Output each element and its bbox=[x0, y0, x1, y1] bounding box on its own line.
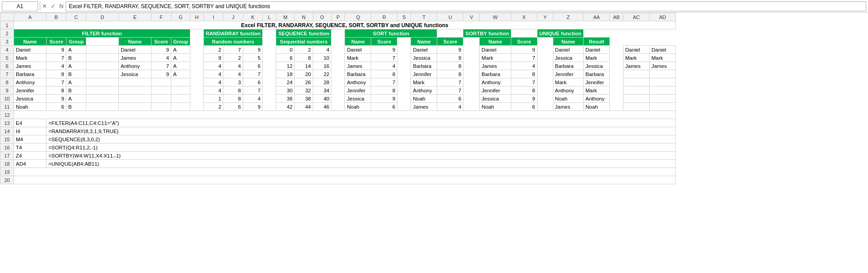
cell-AA4[interactable]: Daniel bbox=[584, 46, 610, 54]
cell-T7[interactable]: Jennifer bbox=[411, 70, 437, 78]
cell-Z8[interactable]: Mark bbox=[553, 78, 583, 86]
cell-M11[interactable]: 42 bbox=[276, 103, 295, 111]
cell-X11[interactable]: 6 bbox=[511, 103, 537, 111]
cell-J4[interactable]: 7 bbox=[223, 46, 243, 54]
cell-F9[interactable] bbox=[151, 86, 171, 95]
cell-N8[interactable]: 26 bbox=[295, 78, 313, 86]
col-I[interactable]: I bbox=[204, 13, 223, 21]
cell-A18[interactable]: AD4 bbox=[14, 160, 47, 168]
cell-D8[interactable] bbox=[86, 78, 119, 86]
cell-O7[interactable]: 22 bbox=[313, 70, 331, 78]
cell-A8[interactable]: Anthony bbox=[14, 78, 47, 86]
cell-N4[interactable]: 2 bbox=[295, 46, 313, 54]
cell-W7[interactable]: Barbara bbox=[480, 70, 511, 78]
cell-T10[interactable]: Noah bbox=[411, 95, 437, 103]
cell-U11[interactable]: 4 bbox=[437, 103, 463, 111]
cell-A5[interactable]: Mark bbox=[14, 54, 47, 62]
cell-R4[interactable]: 9 bbox=[371, 46, 397, 54]
cell-AA6[interactable]: Jessica bbox=[584, 62, 610, 70]
cell-E5[interactable]: James bbox=[119, 54, 151, 62]
cell-A9[interactable]: Jennifer bbox=[14, 86, 47, 95]
col-AD[interactable]: AD bbox=[650, 13, 676, 21]
cell-T9[interactable]: Anthony bbox=[411, 86, 437, 95]
col-N[interactable]: N bbox=[295, 13, 313, 21]
cell-O8[interactable]: 28 bbox=[313, 78, 331, 86]
cell-N9[interactable]: 32 bbox=[295, 86, 313, 95]
cell-T6[interactable]: Barbara bbox=[411, 62, 437, 70]
col-AC[interactable]: AC bbox=[623, 13, 650, 21]
cell-I10[interactable]: 1 bbox=[204, 95, 223, 103]
cell-Z11[interactable]: James bbox=[553, 103, 583, 111]
cell-Q8[interactable]: Anthony bbox=[345, 78, 371, 86]
cell-W9[interactable]: Jennifer bbox=[480, 86, 511, 95]
cell-A13[interactable]: E4 bbox=[14, 119, 47, 127]
cell-AC10[interactable] bbox=[623, 95, 650, 103]
cell-G4[interactable]: A bbox=[171, 46, 190, 54]
cell-U10[interactable]: 6 bbox=[437, 95, 463, 103]
cell-AC8[interactable] bbox=[623, 78, 650, 86]
cell-AD10[interactable] bbox=[650, 95, 676, 103]
cell-O9[interactable]: 34 bbox=[313, 86, 331, 95]
cell-A14[interactable]: I4 bbox=[14, 127, 47, 135]
cell-G7[interactable]: A bbox=[171, 70, 190, 78]
cell-R11[interactable]: 6 bbox=[371, 103, 397, 111]
cell-U9[interactable]: 7 bbox=[437, 86, 463, 95]
cell-J11[interactable]: 6 bbox=[223, 103, 243, 111]
cell-O6[interactable]: 16 bbox=[313, 62, 331, 70]
col-A[interactable]: A bbox=[14, 13, 47, 21]
cell-N11[interactable]: 44 bbox=[295, 103, 313, 111]
cell-A7[interactable]: Barbara bbox=[14, 70, 47, 78]
cell-J6[interactable]: 4 bbox=[223, 62, 243, 70]
cell-E11[interactable] bbox=[119, 103, 151, 111]
cell-J10[interactable]: 8 bbox=[223, 95, 243, 103]
col-W[interactable]: W bbox=[480, 13, 511, 21]
cell-AC5[interactable]: Mark bbox=[623, 54, 650, 62]
cell-AA10[interactable]: Anthony bbox=[584, 95, 610, 103]
cell-R8[interactable]: 7 bbox=[371, 78, 397, 86]
cell-X6[interactable]: 4 bbox=[511, 62, 537, 70]
cell-X8[interactable]: 7 bbox=[511, 78, 537, 86]
cell-A17[interactable]: Z4 bbox=[14, 152, 47, 160]
cell-I4[interactable]: 2 bbox=[204, 46, 223, 54]
cell-I11[interactable]: 2 bbox=[204, 103, 223, 111]
cell-B10[interactable]: 9 bbox=[47, 95, 66, 103]
cell-N6[interactable]: 14 bbox=[295, 62, 313, 70]
cell-T8[interactable]: Mark bbox=[411, 78, 437, 86]
col-S[interactable]: S bbox=[397, 13, 411, 21]
cell-M5[interactable]: 6 bbox=[276, 54, 295, 62]
col-J[interactable]: J bbox=[223, 13, 243, 21]
cell-K10[interactable]: 4 bbox=[243, 95, 262, 103]
cell-U5[interactable]: 9 bbox=[437, 54, 463, 62]
cell-O11[interactable]: 46 bbox=[313, 103, 331, 111]
cell-B7[interactable]: 8 bbox=[47, 70, 66, 78]
cell-F8[interactable] bbox=[151, 78, 171, 86]
cell-I5[interactable]: 9 bbox=[204, 54, 223, 62]
cell-M8[interactable]: 24 bbox=[276, 78, 295, 86]
col-O[interactable]: O bbox=[313, 13, 331, 21]
cell-K9[interactable]: 7 bbox=[243, 86, 262, 95]
cell-AA8[interactable]: Jennifer bbox=[584, 78, 610, 86]
col-P[interactable]: P bbox=[331, 13, 345, 21]
cell-D7[interactable] bbox=[86, 70, 119, 78]
cell-B9[interactable]: 8 bbox=[47, 86, 66, 95]
cell-AC11[interactable] bbox=[623, 103, 650, 111]
cell-Q6[interactable]: James bbox=[345, 62, 371, 70]
cell-C9[interactable]: B bbox=[66, 86, 86, 95]
cell-F4[interactable]: 9 bbox=[151, 46, 171, 54]
cell-X7[interactable]: 8 bbox=[511, 70, 537, 78]
col-E[interactable]: E bbox=[119, 13, 151, 21]
cell-O4[interactable]: 4 bbox=[313, 46, 331, 54]
cell-F6[interactable]: 7 bbox=[151, 62, 171, 70]
cell-C10[interactable]: A bbox=[66, 95, 86, 103]
cell-Z9[interactable]: Anthony bbox=[553, 86, 583, 95]
cell-D4[interactable] bbox=[86, 46, 119, 54]
cell-R7[interactable]: 8 bbox=[371, 70, 397, 78]
col-D[interactable]: D bbox=[86, 13, 119, 21]
cell-T4[interactable]: Daniel bbox=[411, 46, 437, 54]
cell-W6[interactable]: James bbox=[480, 62, 511, 70]
cell-reference-box[interactable] bbox=[2, 1, 38, 11]
col-F[interactable]: F bbox=[151, 13, 171, 21]
cell-AA9[interactable]: Mark bbox=[584, 86, 610, 95]
cell-D10[interactable] bbox=[86, 95, 119, 103]
cell-C5[interactable]: B bbox=[66, 54, 86, 62]
